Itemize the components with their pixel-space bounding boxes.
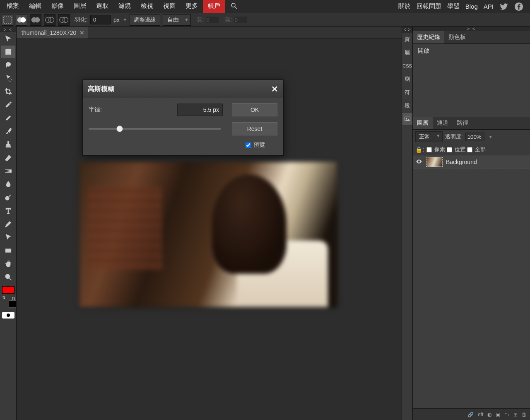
tool-brush[interactable] — [1, 125, 15, 138]
delete-layer-icon[interactable]: 🗑 — [522, 412, 527, 418]
facebook-icon[interactable] — [514, 2, 523, 11]
strip-css[interactable]: CSS — [402, 60, 412, 72]
tool-shape[interactable] — [1, 244, 15, 257]
close-tab-icon[interactable]: ✕ — [80, 29, 84, 36]
svg-point-16 — [5, 197, 9, 200]
background-color[interactable] — [9, 300, 16, 308]
strip-brush[interactable]: 刷 — [402, 73, 412, 85]
tool-eraser[interactable] — [1, 152, 15, 164]
menu-search-icon[interactable] — [225, 0, 243, 13]
tool-hand[interactable] — [1, 258, 15, 270]
tool-blur[interactable] — [1, 178, 15, 191]
adjustment-layer-icon[interactable]: ◐ — [487, 412, 491, 418]
marquee-rect-icon[interactable] — [2, 14, 13, 26]
tool-move[interactable] — [1, 32, 15, 45]
radius-slider[interactable] — [89, 128, 221, 130]
menu-more[interactable]: 更多 — [181, 0, 203, 13]
menu-image[interactable]: 影像 — [46, 0, 69, 13]
new-layer-icon[interactable]: ⊞ — [513, 412, 518, 418]
tool-gradient[interactable] — [1, 165, 15, 177]
tab-swatches[interactable]: 顏色板 — [444, 31, 470, 43]
link-layers-icon[interactable]: 🔗 — [467, 412, 474, 418]
menu-layer[interactable]: 圖層 — [69, 0, 91, 13]
svg-rect-15 — [5, 170, 11, 173]
menu-filter[interactable]: 濾鏡 — [113, 0, 136, 13]
sel-intersect-icon[interactable] — [58, 14, 70, 26]
tool-stamp[interactable] — [1, 138, 15, 151]
menu-edit[interactable]: 編輯 — [24, 0, 46, 13]
sel-new-icon[interactable] — [16, 14, 27, 26]
strip-collapse[interactable]: < > — [402, 27, 412, 33]
tool-rect-marquee[interactable] — [1, 46, 15, 58]
panels-collapse[interactable]: > < — [413, 27, 530, 31]
tool-eyedropper[interactable] — [1, 99, 15, 111]
menu-window[interactable]: 視窗 — [158, 0, 181, 13]
layer-effects-button[interactable]: eff — [478, 412, 483, 418]
quickmask-toggle[interactable] — [2, 312, 14, 319]
canvas-image[interactable] — [80, 162, 337, 307]
feather-dropdown-icon[interactable]: ▼ — [123, 17, 127, 22]
gaussian-blur-dialog: 高斯模糊 ✕ 半徑: OK Reset — [82, 80, 284, 156]
menu-view[interactable]: 檢視 — [136, 0, 158, 13]
sel-add-icon[interactable] — [30, 14, 41, 26]
layer-name[interactable]: Background — [446, 159, 477, 165]
tab-layers[interactable]: 圖層 — [413, 117, 433, 129]
menu-file[interactable]: 檔案 — [2, 0, 24, 13]
foreground-color[interactable] — [2, 286, 14, 294]
sel-sub-icon[interactable] — [44, 14, 55, 26]
link-learn[interactable]: 學習 — [447, 2, 460, 10]
new-folder-icon[interactable]: 🗀 — [504, 412, 509, 418]
opacity-input[interactable] — [465, 133, 485, 141]
preview-checkbox[interactable] — [246, 142, 251, 148]
tool-lasso[interactable] — [1, 59, 15, 71]
refine-edge-button[interactable]: 調整邊緣 — [130, 14, 160, 26]
link-about[interactable]: 關於 — [398, 2, 411, 10]
radius-input[interactable] — [177, 104, 223, 116]
height-label: 高: — [224, 16, 232, 24]
tool-pen[interactable] — [1, 218, 15, 230]
height-input[interactable] — [234, 17, 247, 23]
svg-point-7 — [34, 17, 40, 22]
toolbar-collapse[interactable]: > < — [0, 27, 16, 32]
strip-navigator-icon[interactable] — [402, 113, 412, 125]
link-api[interactable]: API — [484, 3, 494, 10]
layer-row[interactable]: Background — [413, 155, 530, 169]
tool-crop[interactable] — [1, 85, 15, 98]
swap-colors-icon[interactable]: ⇅ — [2, 295, 5, 300]
lock-position-checkbox[interactable] — [447, 147, 452, 152]
tab-paths[interactable]: 路徑 — [453, 117, 472, 129]
link-blog[interactable]: Blog — [465, 3, 478, 10]
tool-zoom[interactable] — [1, 271, 15, 283]
reset-button[interactable]: Reset — [232, 122, 277, 135]
ratio-mode-select[interactable]: 自由 — [163, 14, 191, 26]
lock-all-checkbox[interactable] — [467, 147, 472, 152]
tab-history[interactable]: 歷史紀錄 — [413, 31, 444, 43]
ok-button[interactable]: OK — [232, 103, 277, 116]
history-item[interactable]: 開啟 — [416, 46, 527, 56]
layer-thumbnail[interactable] — [426, 157, 443, 167]
width-input[interactable] — [206, 17, 219, 23]
twitter-icon[interactable] — [499, 2, 508, 11]
opacity-dropdown-icon[interactable]: ▼ — [489, 135, 493, 139]
blend-mode-select[interactable]: 正常 — [415, 131, 443, 142]
radius-label: 半徑: — [89, 106, 109, 113]
tool-path-select[interactable] — [1, 231, 15, 244]
layer-mask-icon[interactable]: ▣ — [496, 412, 500, 418]
feather-input[interactable] — [90, 15, 111, 24]
strip-attr[interactable]: 屬 — [402, 47, 412, 58]
layer-visibility-icon[interactable] — [415, 158, 423, 166]
tab-channels[interactable]: 通道 — [433, 117, 453, 129]
tool-heal[interactable] — [1, 112, 15, 124]
tool-type[interactable] — [1, 205, 15, 217]
menu-select[interactable]: 選取 — [91, 0, 113, 13]
menu-account[interactable]: 帳戶 — [203, 0, 225, 13]
document-tab[interactable]: thumbnail_1280X720 ✕ — [17, 27, 88, 39]
lock-pixels-checkbox[interactable] — [426, 147, 432, 152]
link-report[interactable]: 回報問題 — [417, 2, 441, 10]
strip-info[interactable]: 資 — [402, 34, 412, 45]
strip-paragraph[interactable]: 段 — [402, 100, 412, 111]
strip-symbols[interactable]: 符 — [402, 87, 412, 98]
tool-quick-select[interactable] — [1, 72, 15, 84]
dialog-close-icon[interactable]: ✕ — [271, 84, 278, 94]
tool-dodge[interactable] — [1, 191, 15, 204]
